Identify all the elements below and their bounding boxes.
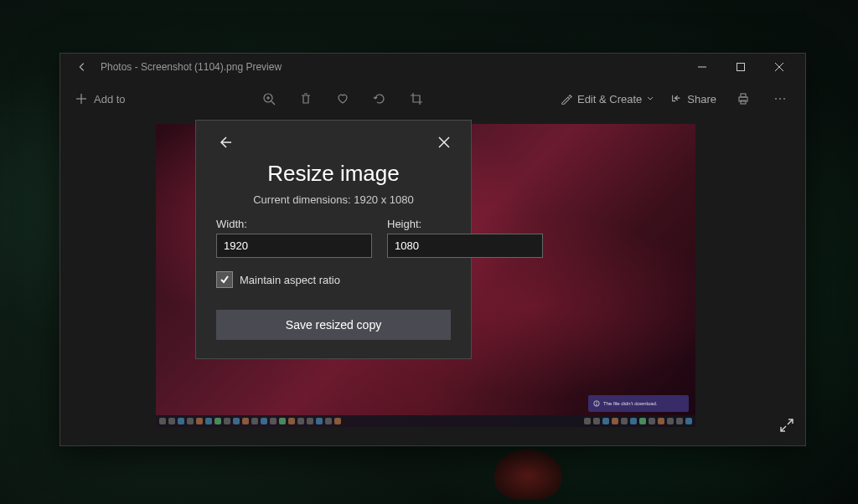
save-resized-button[interactable]: Save resized copy	[216, 310, 451, 340]
delete-icon[interactable]	[287, 82, 324, 116]
dialog-header	[216, 132, 451, 152]
aspect-ratio-label: Maintain aspect ratio	[240, 274, 340, 286]
photos-window: Photos - Screenshot (1104).png Preview A…	[59, 53, 806, 446]
width-input[interactable]	[216, 234, 372, 258]
dialog-title: Resize image	[216, 161, 451, 187]
svg-point-18	[597, 404, 597, 405]
titlebar: Photos - Screenshot (1104).png Preview	[60, 54, 805, 80]
share-button[interactable]: Share	[662, 88, 725, 111]
dialog-back-button[interactable]	[216, 134, 233, 151]
taskbar-preview	[156, 415, 695, 427]
back-button[interactable]	[67, 54, 97, 80]
crop-icon[interactable]	[398, 82, 435, 116]
addto-label: Add to	[94, 93, 126, 105]
rotate-icon[interactable]	[361, 82, 398, 116]
height-label: Height:	[387, 218, 543, 230]
svg-point-14	[779, 98, 781, 100]
edit-create-label: Edit & Create	[577, 93, 642, 105]
toolbar: Add to Edit & Create Share	[60, 80, 805, 117]
notification-text: The file didn't download.	[603, 401, 658, 406]
aspect-ratio-checkbox[interactable]	[216, 271, 233, 288]
background-decoration	[494, 450, 561, 500]
addto-button[interactable]: Add to	[67, 88, 134, 111]
edit-create-button[interactable]: Edit & Create	[552, 88, 662, 111]
print-icon[interactable]	[725, 82, 762, 116]
dialog-subtitle: Current dimensions: 1920 x 1080	[216, 193, 451, 206]
width-label: Width:	[216, 218, 372, 230]
heart-icon[interactable]	[324, 82, 361, 116]
content-area: The file didn't download.	[60, 117, 805, 445]
window-title: Photos - Screenshot (1104).png Preview	[97, 61, 683, 73]
dialog-close-button[interactable]	[437, 136, 451, 149]
svg-point-13	[775, 98, 777, 100]
resize-dialog: Resize image Current dimensions: 1920 x …	[195, 120, 472, 359]
maximize-button[interactable]	[721, 54, 760, 80]
notification-toast[interactable]: The file didn't download.	[588, 395, 689, 412]
window-controls	[683, 54, 799, 80]
svg-rect-11	[741, 94, 746, 97]
share-label: Share	[687, 93, 716, 105]
dimension-fields: Width: Height:	[216, 218, 451, 258]
svg-line-7	[271, 101, 275, 105]
zoom-icon[interactable]	[251, 82, 287, 116]
svg-rect-12	[741, 100, 746, 104]
svg-rect-1	[737, 64, 745, 71]
close-button[interactable]	[760, 54, 799, 80]
height-input[interactable]	[387, 234, 543, 258]
minimize-button[interactable]	[683, 54, 721, 80]
more-icon[interactable]	[762, 82, 799, 116]
fullscreen-icon[interactable]	[778, 417, 795, 437]
svg-point-15	[783, 98, 785, 100]
aspect-ratio-row[interactable]: Maintain aspect ratio	[216, 271, 451, 288]
